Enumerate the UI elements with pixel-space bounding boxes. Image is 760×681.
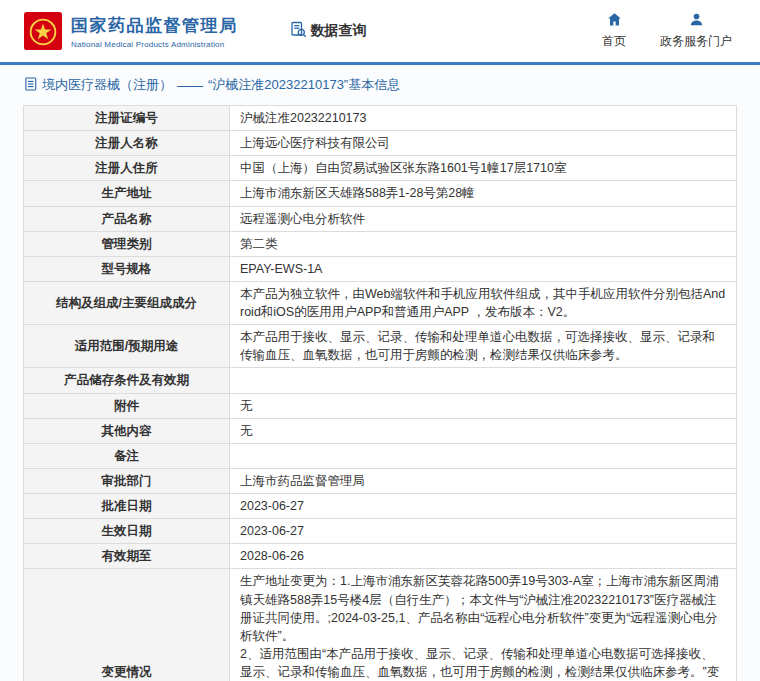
field-label: 注册证编号 — [24, 106, 230, 131]
table-row: 注册人住所 中国（上海）自由贸易试验区张东路1601号1幢17层1710室 — [24, 156, 737, 181]
field-label: 管理类别 — [24, 231, 230, 256]
nav-home-label: 首页 — [602, 33, 626, 50]
field-value: 第二类 — [230, 231, 737, 256]
field-value: 上海市浦东新区天雄路588弄1-28号第28幢 — [230, 181, 737, 206]
field-label: 结构及组成/主要组成成分 — [24, 281, 230, 324]
field-label: 产品名称 — [24, 206, 230, 231]
document-search-icon — [290, 21, 307, 41]
breadcrumb-category[interactable]: 境内医疗器械（注册） — [42, 76, 172, 94]
table-row: 批准日期 2023-06-27 — [24, 494, 737, 519]
field-value: 沪械注准20232210173 — [230, 106, 737, 131]
table-row: 有效期至 2028-06-26 — [24, 544, 737, 569]
field-label: 有效期至 — [24, 544, 230, 569]
table-row: 审批部门 上海市药品监督管理局 — [24, 468, 737, 493]
field-label: 批准日期 — [24, 494, 230, 519]
content-area: 境内医疗器械（注册） —— “沪械注准20232210173”基本信息 注册证编… — [0, 65, 760, 681]
field-label: 适用范围/预期用途 — [24, 325, 230, 368]
table-row: 适用范围/预期用途 本产品用于接收、显示、记录、传输和处理单道心电数据，可选择接… — [24, 325, 737, 368]
table-row: 其他内容 无 — [24, 418, 737, 443]
agency-name-en: National Medical Products Administration — [71, 40, 238, 49]
table-row: 附件 无 — [24, 393, 737, 418]
brand-text: 国家药品监督管理局 National Medical Products Admi… — [71, 14, 238, 49]
document-icon — [25, 77, 37, 94]
agency-name-zh: 国家药品监督管理局 — [71, 14, 238, 37]
home-icon — [607, 12, 622, 30]
field-label: 审批部门 — [24, 468, 230, 493]
field-label: 注册人名称 — [24, 131, 230, 156]
table-row: 管理类别 第二类 — [24, 231, 737, 256]
field-value: 生产地址变更为：1.上海市浦东新区芙蓉花路500弄19号303-A室；上海市浦东… — [230, 569, 737, 681]
table-row: 结构及组成/主要组成成分 本产品为独立软件，由Web端软件和手机应用软件组成，其… — [24, 281, 737, 324]
field-value: 中国（上海）自由贸易试验区张东路1601号1幢17层1710室 — [230, 156, 737, 181]
table-row: 变更情况 生产地址变更为：1.上海市浦东新区芙蓉花路500弄19号303-A室；… — [24, 569, 737, 681]
field-value — [230, 368, 737, 393]
nav-data-query[interactable]: 数据查询 — [290, 21, 367, 41]
table-row: 注册人名称 上海远心医疗科技有限公司 — [24, 131, 737, 156]
table-row: 生效日期 2023-06-27 — [24, 519, 737, 544]
field-value — [230, 443, 737, 468]
field-label: 变更情况 — [24, 569, 230, 681]
breadcrumb: 境内医疗器械（注册） —— “沪械注准20232210173”基本信息 — [0, 65, 760, 103]
field-value: 上海远心医疗科技有限公司 — [230, 131, 737, 156]
field-label: 产品储存条件及有效期 — [24, 368, 230, 393]
user-icon — [689, 12, 704, 30]
breadcrumb-current: “沪械注准20232210173”基本信息 — [208, 76, 400, 94]
field-label: 其他内容 — [24, 418, 230, 443]
field-label: 附件 — [24, 393, 230, 418]
brand: 国家药品监督管理局 National Medical Products Admi… — [24, 12, 238, 50]
field-value: EPAY-EWS-1A — [230, 256, 737, 281]
nav-data-query-label: 数据查询 — [311, 22, 367, 40]
field-label: 注册人住所 — [24, 156, 230, 181]
registration-info-table: 注册证编号 沪械注准20232210173 注册人名称 上海远心医疗科技有限公司… — [23, 105, 737, 681]
field-label: 生产地址 — [24, 181, 230, 206]
header-right: 首页 政务服务门户 — [602, 12, 742, 50]
field-value: 2023-06-27 — [230, 494, 737, 519]
table-row: 型号规格 EPAY-EWS-1A — [24, 256, 737, 281]
nav-portal[interactable]: 政务服务门户 — [660, 12, 732, 50]
field-value: 上海市药品监督管理局 — [230, 468, 737, 493]
table-row: 注册证编号 沪械注准20232210173 — [24, 106, 737, 131]
field-value: 无 — [230, 418, 737, 443]
site-header: 国家药品监督管理局 National Medical Products Admi… — [0, 0, 760, 62]
field-label: 生效日期 — [24, 519, 230, 544]
field-label: 型号规格 — [24, 256, 230, 281]
table-row: 产品储存条件及有效期 — [24, 368, 737, 393]
table-row: 生产地址 上海市浦东新区天雄路588弄1-28号第28幢 — [24, 181, 737, 206]
field-value: 2023-06-27 — [230, 519, 737, 544]
field-value: 远程遥测心电分析软件 — [230, 206, 737, 231]
national-emblem-logo — [24, 12, 62, 50]
field-value: 本产品用于接收、显示、记录、传输和处理单道心电数据，可选择接收、显示、记录和传输… — [230, 325, 737, 368]
field-value: 本产品为独立软件，由Web端软件和手机应用软件组成，其中手机应用软件分别包括An… — [230, 281, 737, 324]
breadcrumb-separator: —— — [177, 78, 203, 93]
field-label: 备注 — [24, 443, 230, 468]
field-value: 无 — [230, 393, 737, 418]
nav-portal-label: 政务服务门户 — [660, 33, 732, 50]
nav-home[interactable]: 首页 — [602, 12, 626, 50]
field-value: 2028-06-26 — [230, 544, 737, 569]
table-row: 产品名称 远程遥测心电分析软件 — [24, 206, 737, 231]
table-row: 备注 — [24, 443, 737, 468]
